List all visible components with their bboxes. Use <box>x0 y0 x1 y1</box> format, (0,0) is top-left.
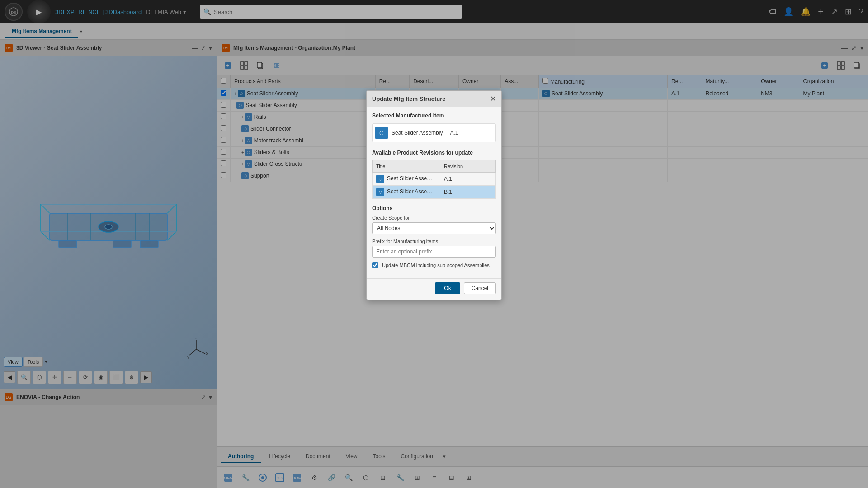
dialog-selected-item: ⬡ Seat Slider Assembly A.1 <box>372 123 496 142</box>
ok-button[interactable]: Ok <box>435 282 460 294</box>
update-mbom-checkbox[interactable] <box>372 262 378 268</box>
update-mfg-dialog: Update Mfg Item Structure ✕ Selected Man… <box>366 90 502 300</box>
dialog-item-name: Seat Slider Assembly <box>392 130 443 136</box>
revision-col-title: Title <box>373 160 440 173</box>
dialog-item-icon: ⬡ <box>375 127 388 139</box>
create-scope-label: Create Scope for <box>372 215 496 221</box>
dialog-title-bar: Update Mfg Item Structure ✕ <box>367 91 501 107</box>
options-title: Options <box>372 205 496 211</box>
selected-item-section-title: Selected Manufactured Item <box>372 113 496 119</box>
prefix-label: Prefix for Manufacturing items <box>372 239 496 244</box>
revision-table-body: ⬡Seat Slider Assembly A.1 ⬡Seat Slider A… <box>373 173 496 199</box>
dialog-body: Selected Manufactured Item ⬡ Seat Slider… <box>367 107 501 278</box>
revision-row-selected[interactable]: ⬡Seat Slider Assembly B.1 <box>373 186 496 199</box>
create-scope-select[interactable]: All Nodes Selected Nodes None <box>372 222 496 234</box>
options-section: Options Create Scope for All Nodes Selec… <box>372 205 496 268</box>
revision-col-revision: Revision <box>440 160 496 173</box>
dialog-overlay: Update Mfg Item Structure ✕ Selected Man… <box>0 0 868 488</box>
available-revisions-title: Available Product Revisions for update <box>372 150 496 156</box>
revision-table: Title Revision ⬡Seat Slider Assembly A.1… <box>372 160 496 199</box>
create-scope-group: Create Scope for All Nodes Selected Node… <box>372 215 496 234</box>
cancel-button[interactable]: Cancel <box>464 282 496 294</box>
dialog-close-btn[interactable]: ✕ <box>490 94 496 103</box>
dialog-footer: Ok Cancel <box>367 278 501 300</box>
update-mbom-row: Update MBOM including sub-scoped Assembl… <box>372 262 496 268</box>
dialog-title: Update Mfg Item Structure <box>372 95 446 102</box>
prefix-input[interactable] <box>372 246 496 258</box>
update-mbom-label: Update MBOM including sub-scoped Assembl… <box>382 263 490 268</box>
revision-row[interactable]: ⬡Seat Slider Assembly A.1 <box>373 173 496 186</box>
dialog-item-rev: A.1 <box>450 130 458 136</box>
revision-row-icon-2: ⬡ <box>376 188 384 196</box>
revision-row-icon: ⬡ <box>376 175 384 183</box>
prefix-group: Prefix for Manufacturing items <box>372 239 496 258</box>
